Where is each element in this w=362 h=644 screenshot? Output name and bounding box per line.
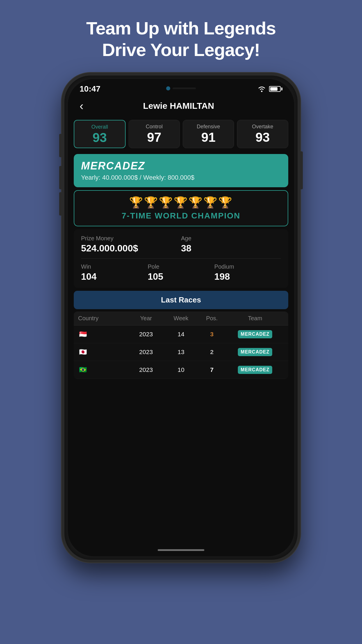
row1-flag: 🇸🇬 bbox=[78, 330, 127, 339]
row2-team: MERCADEZ bbox=[226, 348, 284, 356]
speaker-bar bbox=[173, 88, 196, 89]
page-header: Team Up with Legends Drive Your Legacy! bbox=[63, 0, 299, 70]
age-value: 38 bbox=[181, 243, 281, 254]
podium-label: Podium bbox=[214, 263, 281, 270]
table-header: Country Year Week Pos. Team bbox=[74, 312, 288, 326]
col-header-year: Year bbox=[127, 315, 164, 322]
win-item: Win 104 bbox=[81, 263, 148, 282]
col-header-week: Week bbox=[165, 315, 198, 322]
col-header-pos: Pos. bbox=[197, 315, 226, 322]
overtake-value: 93 bbox=[240, 131, 285, 144]
row2-pos: 2 bbox=[197, 349, 226, 356]
trophies-display: 🏆🏆🏆🏆🏆🏆🏆 bbox=[80, 196, 282, 209]
prize-money-label: Prize Money bbox=[81, 235, 181, 242]
win-value: 104 bbox=[81, 271, 148, 282]
row3-year: 2023 bbox=[127, 366, 164, 373]
stat-card-overall: Overall 93 bbox=[74, 120, 126, 148]
last-races-header: Last Races bbox=[74, 291, 288, 309]
defensive-value: 91 bbox=[186, 131, 231, 144]
info-section: Prize Money 524.000.000$ Age 38 Win 104 bbox=[74, 229, 288, 288]
stats-row: Overall 93 Control 97 Defensive 91 Overt… bbox=[68, 117, 294, 151]
flag-br: 🇧🇷 bbox=[78, 365, 87, 374]
control-value: 97 bbox=[132, 131, 177, 144]
status-time: 10:47 bbox=[80, 84, 101, 94]
status-icons bbox=[257, 86, 282, 92]
row3-team: MERCADEZ bbox=[226, 366, 284, 374]
row1-year: 2023 bbox=[127, 331, 164, 338]
row3-week: 10 bbox=[165, 366, 198, 373]
back-button[interactable]: ‹ bbox=[77, 99, 86, 113]
overtake-label: Overtake bbox=[240, 124, 285, 130]
info-row-prize-age: Prize Money 524.000.000$ Age 38 bbox=[81, 235, 281, 254]
phone-frame: 10:47 bbox=[61, 73, 301, 563]
row2-year: 2023 bbox=[127, 349, 164, 356]
table-row: 🇧🇷 2023 10 7 MERCADEZ bbox=[74, 361, 288, 379]
pole-value: 105 bbox=[148, 271, 215, 282]
win-label: Win bbox=[81, 263, 148, 270]
home-indicator bbox=[158, 549, 204, 551]
races-table: Country Year Week Pos. Team 🇸🇬 2023 14 3… bbox=[74, 312, 288, 379]
row1-pos: 3 bbox=[197, 331, 226, 338]
age-item: Age 38 bbox=[181, 235, 281, 254]
wifi-icon bbox=[257, 86, 266, 92]
podium-item: Podium 198 bbox=[214, 263, 281, 282]
header-line2: Drive Your Legacy! bbox=[102, 40, 260, 60]
battery-icon bbox=[269, 86, 282, 92]
table-row: 🇸🇬 2023 14 3 MERCADEZ bbox=[74, 326, 288, 343]
camera-dot bbox=[166, 86, 170, 90]
overall-value: 93 bbox=[77, 131, 122, 144]
age-label: Age bbox=[181, 235, 281, 242]
col-header-team: Team bbox=[226, 315, 284, 322]
prize-money-item: Prize Money 524.000.000$ bbox=[81, 235, 181, 254]
phone-screen: 10:47 bbox=[68, 79, 294, 556]
control-label: Control bbox=[132, 124, 177, 130]
champion-text: 7-TIME WORLD CHAMPION bbox=[80, 211, 282, 220]
row1-team: MERCADEZ bbox=[226, 330, 284, 338]
team-badge-row3: MERCADEZ bbox=[238, 366, 273, 374]
pole-item: Pole 105 bbox=[148, 263, 215, 282]
nav-title: Lewie HAMILTAN bbox=[86, 101, 271, 111]
flag-jp: 🇯🇵 bbox=[78, 347, 87, 357]
team-banner: MERCADEZ Yearly: 40.000.000$ / Weekly: 8… bbox=[74, 154, 288, 187]
table-row: 🇯🇵 2023 13 2 MERCADEZ bbox=[74, 343, 288, 361]
team-badge-row1: MERCADEZ bbox=[238, 330, 273, 338]
prize-money-value: 524.000.000$ bbox=[81, 243, 181, 254]
overall-label: Overall bbox=[77, 124, 122, 130]
svg-point-0 bbox=[261, 90, 263, 92]
phone-device: 10:47 bbox=[61, 73, 301, 563]
flag-sg: 🇸🇬 bbox=[78, 330, 87, 339]
row3-pos: 7 bbox=[197, 366, 226, 373]
row3-flag: 🇧🇷 bbox=[78, 365, 127, 374]
podium-value: 198 bbox=[214, 271, 281, 282]
info-divider bbox=[81, 258, 281, 259]
champion-banner: 🏆🏆🏆🏆🏆🏆🏆 7-TIME WORLD CHAMPION bbox=[74, 190, 288, 226]
row2-flag: 🇯🇵 bbox=[78, 347, 127, 357]
stat-card-overtake: Overtake 93 bbox=[237, 120, 288, 148]
row2-week: 13 bbox=[165, 349, 198, 356]
stat-card-defensive: Defensive 91 bbox=[183, 120, 234, 148]
pole-label: Pole bbox=[148, 263, 215, 270]
col-header-country: Country bbox=[78, 315, 127, 322]
team-name: MERCADEZ bbox=[81, 160, 281, 172]
row1-week: 14 bbox=[165, 331, 198, 338]
info-row-win-pole-podium: Win 104 Pole 105 Podium 198 bbox=[81, 263, 281, 282]
header-line1: Team Up with Legends bbox=[86, 18, 276, 38]
team-salary: Yearly: 40.000.000$ / Weekly: 800.000$ bbox=[81, 174, 281, 181]
defensive-label: Defensive bbox=[186, 124, 231, 130]
stat-card-control: Control 97 bbox=[129, 120, 180, 148]
notch bbox=[152, 83, 210, 94]
team-badge-row2: MERCADEZ bbox=[238, 348, 273, 356]
status-bar: 10:47 bbox=[68, 79, 294, 97]
nav-bar: ‹ Lewie HAMILTAN bbox=[68, 97, 294, 117]
